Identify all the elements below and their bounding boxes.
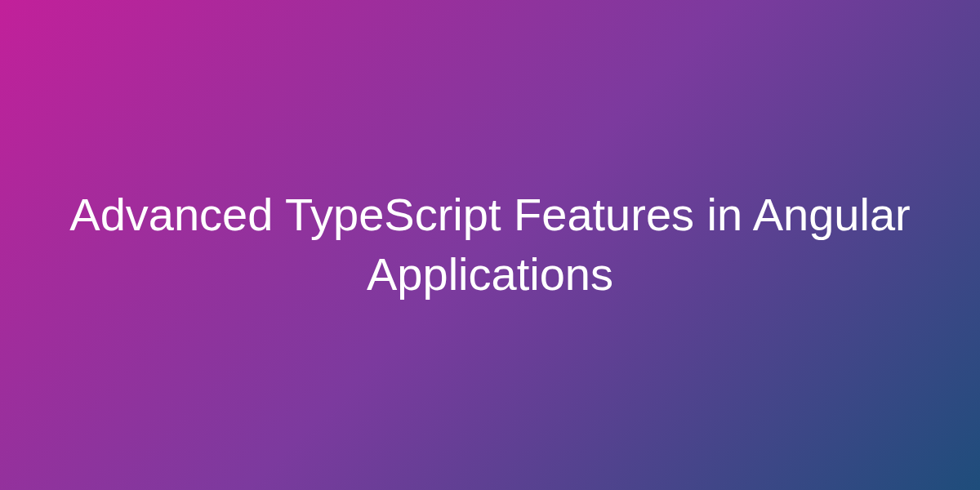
hero-banner: Advanced TypeScript Features in Angular … — [0, 0, 980, 490]
page-title: Advanced TypeScript Features in Angular … — [49, 185, 931, 305]
